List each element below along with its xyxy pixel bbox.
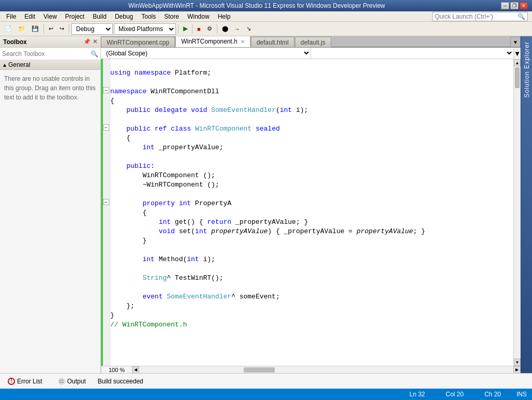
toolbar-step-in[interactable]: ↘ xyxy=(244,23,254,35)
tab-default-html[interactable]: default.html xyxy=(251,37,294,47)
tab-bar: WinRTComponent.cpp WinRTComponent.h ✕ de… xyxy=(101,36,521,48)
error-list-label: Error List xyxy=(17,378,42,385)
quick-launch-input[interactable] xyxy=(435,13,518,20)
toolbox-pin-icon[interactable]: 📌 xyxy=(83,38,91,45)
solution-explorer-tab[interactable]: Solution Explorer xyxy=(521,36,532,373)
toolbox-header-icons: 📌 ✕ xyxy=(83,38,97,45)
bottom-strip: ! Error List □ Output Build succeeded xyxy=(0,373,532,389)
scope-right-dropdown[interactable] xyxy=(311,48,514,59)
build-status: Build succeeded xyxy=(98,378,143,385)
main-layout: Toolbox 📌 ✕ 🔍 ▴ General There are no usa… xyxy=(0,36,532,373)
toolbox-panel: Toolbox 📌 ✕ 🔍 ▴ General There are no usa… xyxy=(0,36,101,373)
bottom-scrollbar: 100 % ◀ ▶ xyxy=(101,366,521,373)
tab-default-js[interactable]: default.js xyxy=(295,37,331,47)
menu-debug[interactable]: Debug xyxy=(111,12,137,21)
output-tab[interactable]: □ Output xyxy=(54,376,90,387)
toolbar-save[interactable]: 💾 xyxy=(29,23,41,35)
code-editor[interactable]: − − − using namespace Platform; namespac… xyxy=(101,59,521,366)
code-content[interactable]: using namespace Platform; namespace WinR… xyxy=(110,59,513,366)
restore-button[interactable]: ❐ xyxy=(510,2,519,9)
window-title: WinWebAppWithWinRT - Microsoft Visual St… xyxy=(12,2,501,9)
toolbar: 📄 📁 💾 ↩ ↪ Debug Release Mixed Platforms … xyxy=(0,22,532,36)
toolbar-new[interactable]: 📄 xyxy=(2,23,14,35)
toolbar-open[interactable]: 📁 xyxy=(16,23,28,35)
toolbar-sep-2 xyxy=(69,24,69,34)
gutter-bar xyxy=(101,59,103,366)
menu-window[interactable]: Window xyxy=(183,12,214,21)
toolbar-undo[interactable]: ↩ xyxy=(46,23,56,35)
scope-left-dropdown[interactable]: (Global Scope) xyxy=(101,48,311,59)
menu-edit[interactable]: Edit xyxy=(20,12,39,21)
scroll-up-btn[interactable]: ▲ xyxy=(514,59,521,66)
editor-area: WinRTComponent.cpp WinRTComponent.h ✕ de… xyxy=(101,36,521,373)
quick-launch-icon: 🔍 xyxy=(518,13,525,20)
search-toolbox-input[interactable] xyxy=(2,50,91,58)
toolbar-sep-3 xyxy=(178,24,179,34)
debug-config-dropdown[interactable]: Debug Release xyxy=(71,23,113,35)
collapse-btn-namespace[interactable]: − xyxy=(103,87,109,93)
tab-label: default.js xyxy=(301,39,326,46)
close-button[interactable]: ✕ xyxy=(520,2,528,9)
status-col: Col 20 xyxy=(435,391,474,398)
menu-tools[interactable]: Tools xyxy=(137,12,160,21)
minimize-button[interactable]: ─ xyxy=(501,2,509,9)
scroll-thumb[interactable] xyxy=(244,367,275,373)
toolbox-empty-message: There are no usable controls in this gro… xyxy=(0,70,100,106)
code-gutter: − − − xyxy=(101,59,110,366)
status-mode: INS xyxy=(511,391,532,398)
collapse-btn-class[interactable]: − xyxy=(103,124,109,131)
menu-bar: File Edit View Project Build Debug Tools… xyxy=(0,11,532,22)
toolbox-section-general[interactable]: ▴ General xyxy=(0,60,100,70)
platform-dropdown[interactable]: Mixed Platforms x86 x64 xyxy=(114,23,176,35)
tab-winrtcomponent-h[interactable]: WinRTComponent.h ✕ xyxy=(175,36,250,47)
toolbox-close-icon[interactable]: ✕ xyxy=(93,38,97,45)
status-ch: Ch 20 xyxy=(474,391,511,398)
status-bar: Ln 32 Col 20 Ch 20 INS xyxy=(0,389,532,400)
toolbar-sep-1 xyxy=(43,24,44,34)
error-list-tab[interactable]: ! Error List xyxy=(4,376,46,387)
toolbar-attach[interactable]: ⚙ xyxy=(204,23,215,35)
menu-view[interactable]: View xyxy=(39,12,61,21)
tab-winrtcomponent-cpp[interactable]: WinRTComponent.cpp xyxy=(101,37,175,47)
menu-store[interactable]: Store xyxy=(160,12,183,21)
toolbar-sep-5 xyxy=(217,24,217,34)
toolbox-search: 🔍 xyxy=(0,48,100,60)
scroll-left-btn[interactable]: ◀ xyxy=(132,366,139,374)
tab-scroll-btn[interactable]: ▼ xyxy=(510,37,521,47)
menu-file[interactable]: File xyxy=(2,12,20,21)
section-collapse-icon: ▴ xyxy=(3,61,6,68)
tab-close-icon[interactable]: ✕ xyxy=(241,39,245,45)
scope-scroll-btn[interactable]: ▼ xyxy=(513,48,521,59)
title-bar: WinWebAppWithWinRT - Microsoft Visual St… xyxy=(0,0,532,11)
zoom-level: 100 % xyxy=(101,367,132,373)
error-icon: ! xyxy=(8,378,15,385)
window-controls[interactable]: ─ ❐ ✕ xyxy=(501,2,528,9)
tab-label: WinRTComponent.cpp xyxy=(107,39,169,46)
tab-label: WinRTComponent.h xyxy=(181,38,238,45)
toolbar-start[interactable]: ▶ xyxy=(181,23,190,35)
scroll-track[interactable] xyxy=(139,366,513,374)
menu-help[interactable]: Help xyxy=(214,12,235,21)
collapse-btn-property[interactable]: − xyxy=(103,199,109,205)
toolbox-header: Toolbox 📌 ✕ xyxy=(0,36,100,48)
scroll-down-btn[interactable]: ▼ xyxy=(514,359,521,366)
toolbar-redo[interactable]: ↪ xyxy=(57,23,67,35)
tab-label: default.html xyxy=(257,39,289,46)
toolbox-title: Toolbox xyxy=(3,38,27,46)
solution-explorer-label: Solution Explorer xyxy=(523,41,530,97)
toolbar-stop[interactable]: ■ xyxy=(195,23,203,35)
output-label: Output xyxy=(67,378,86,385)
toolbar-sep-4 xyxy=(192,24,193,34)
vertical-scrollbar[interactable]: ▲ ▼ xyxy=(513,59,521,366)
scroll-right-btn[interactable]: ▶ xyxy=(513,366,521,374)
scope-bar: (Global Scope) ▼ xyxy=(101,48,521,59)
section-label: General xyxy=(8,61,31,68)
toolbar-step-over[interactable]: → xyxy=(232,23,243,35)
toolbar-breakpoint[interactable]: ⬤ xyxy=(219,23,231,35)
scrollbar-thumb[interactable] xyxy=(515,67,520,88)
output-icon: □ xyxy=(58,378,65,385)
search-icon: 🔍 xyxy=(91,50,98,58)
status-line: Ln 32 xyxy=(399,391,435,398)
menu-build[interactable]: Build xyxy=(88,12,111,21)
menu-project[interactable]: Project xyxy=(61,12,88,21)
